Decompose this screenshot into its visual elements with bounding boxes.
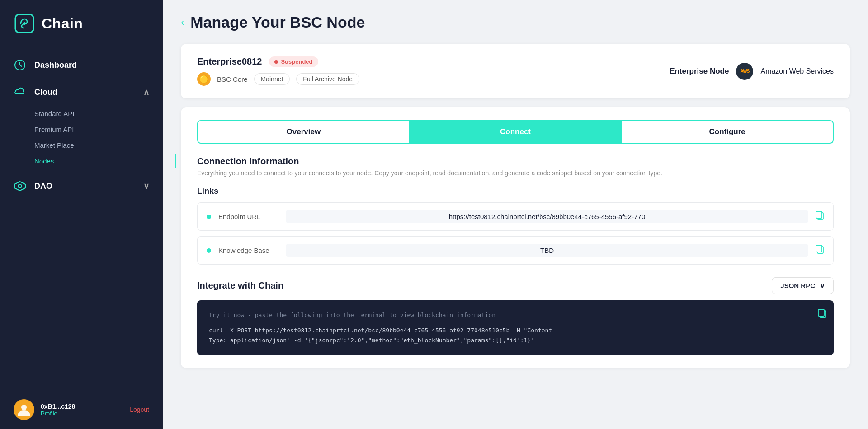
knowledge-base-row: Knowledge Base TBD <box>197 236 834 265</box>
provider-label: Amazon Web Services <box>760 67 834 75</box>
svg-rect-9 <box>816 245 822 252</box>
dropdown-chevron-icon: ∨ <box>820 281 825 290</box>
endpoint-copy-button[interactable] <box>815 210 824 223</box>
connection-info-desc: Everything you need to connect to your c… <box>197 169 834 177</box>
back-button[interactable]: ‹ <box>181 17 184 28</box>
svg-point-3 <box>18 184 22 188</box>
svg-rect-7 <box>816 211 822 218</box>
sidebar-nav: Dashboard Cloud ∧ Standard API Premium A… <box>0 47 163 390</box>
code-line-1: curl -X POST https://test0812.chainprtcl… <box>209 326 822 336</box>
cloud-icon <box>14 86 26 98</box>
code-block: Try it now - paste the following into th… <box>197 300 834 355</box>
code-copy-icon <box>817 308 826 318</box>
code-line-2: Type: application/json" -d '{"jsonrpc":"… <box>209 336 822 345</box>
cloud-chevron-icon: ∧ <box>143 87 149 97</box>
profile-link[interactable]: Profile <box>41 410 123 417</box>
logo-container: Chain <box>0 0 163 47</box>
avatar-icon <box>16 401 32 418</box>
tabs-card: Overview Connect Configure Connection In… <box>181 107 850 368</box>
knowledge-value: TBD <box>286 244 808 257</box>
dao-chevron-icon: ∨ <box>143 181 149 191</box>
sidebar-item-cloud[interactable]: Cloud ∧ <box>0 79 163 106</box>
sidebar-item-marketplace[interactable]: Market Place <box>34 137 163 153</box>
sidebar-footer: 0xB1...c128 Profile Logout <box>0 390 163 429</box>
node-name: Enterprise0812 <box>197 56 262 67</box>
page-header: ‹ Manage Your BSC Node <box>181 14 850 31</box>
footer-user-info: 0xB1...c128 Profile <box>41 403 123 417</box>
cloud-subitems: Standard API Premium API Market Place No… <box>0 106 163 173</box>
chain-label: BSC Core <box>217 75 248 83</box>
endpoint-value: https://test0812.chainprtcl.net/bsc/89bb… <box>286 210 808 223</box>
svg-point-5 <box>21 405 27 410</box>
integrate-title: Integrate with Chain <box>197 280 283 291</box>
sidebar-item-dashboard[interactable]: Dashboard <box>0 51 163 79</box>
tab-bar: Overview Connect Configure <box>197 120 834 144</box>
status-dot <box>274 60 278 64</box>
sidebar-item-nodes[interactable]: Nodes <box>34 153 163 169</box>
sidebar-item-dashboard-label: Dashboard <box>34 61 77 70</box>
bsc-icon: 🟡 <box>197 72 211 86</box>
footer-username: 0xB1...c128 <box>41 403 123 410</box>
rpc-type-dropdown[interactable]: JSON RPC ∨ <box>772 277 834 294</box>
node-provider-info: Enterprise Node AWS Amazon Web Services <box>670 63 834 80</box>
user-avatar <box>14 399 34 420</box>
sidebar-item-cloud-label: Cloud <box>34 88 57 97</box>
sidebar-item-dao-label: DAO <box>34 182 52 191</box>
svg-point-1 <box>23 22 26 25</box>
svg-rect-11 <box>818 309 824 316</box>
knowledge-dot <box>207 248 211 253</box>
links-title: Links <box>197 187 834 196</box>
node-type-tag: Full Archive Node <box>296 73 359 85</box>
active-indicator <box>175 154 176 168</box>
sidebar-item-standard-api[interactable]: Standard API <box>34 106 163 121</box>
sidebar: Chain Dashboard Cloud ∧ Standard API Pre… <box>0 0 163 429</box>
tier-label: Enterprise Node <box>670 67 729 76</box>
endpoint-dot <box>207 214 211 219</box>
network-tag: Mainnet <box>254 73 290 85</box>
status-label: Suspended <box>281 58 312 65</box>
main-content: ‹ Manage Your BSC Node Enterprise0812 Su… <box>163 0 868 429</box>
tab-overview[interactable]: Overview <box>197 120 410 144</box>
status-badge: Suspended <box>269 56 318 67</box>
dashboard-icon <box>14 59 26 71</box>
integrate-header: Integrate with Chain JSON RPC ∨ <box>197 277 834 294</box>
copy-icon-2 <box>815 244 824 254</box>
endpoint-url-row: Endpoint URL https://test0812.chainprtcl… <box>197 202 834 231</box>
copy-icon <box>815 210 824 220</box>
logout-button[interactable]: Logout <box>130 406 149 413</box>
node-info-card: Enterprise0812 Suspended 🟡 BSC Core Main… <box>181 44 850 98</box>
code-comment: Try it now - paste the following into th… <box>209 310 822 320</box>
sidebar-item-premium-api[interactable]: Premium API <box>34 121 163 137</box>
endpoint-label: Endpoint URL <box>218 213 286 220</box>
connection-info-title: Connection Information <box>197 156 834 167</box>
chain-logo-icon <box>14 13 35 34</box>
dao-icon <box>14 180 26 192</box>
node-meta: 🟡 BSC Core Mainnet Full Archive Node <box>197 72 359 86</box>
aws-badge-icon: AWS <box>736 63 753 80</box>
tab-connect[interactable]: Connect <box>410 120 622 144</box>
code-copy-button[interactable] <box>817 308 826 323</box>
tab-configure[interactable]: Configure <box>622 120 834 144</box>
page-title: Manage Your BSC Node <box>190 14 365 31</box>
integrate-section: Integrate with Chain JSON RPC ∨ Try it n… <box>197 277 834 355</box>
knowledge-label: Knowledge Base <box>218 247 286 254</box>
sidebar-item-dao[interactable]: DAO ∨ <box>0 173 163 200</box>
rpc-type-label: JSON RPC <box>780 282 815 289</box>
logo-text: Chain <box>42 15 83 32</box>
knowledge-copy-button[interactable] <box>815 244 824 256</box>
